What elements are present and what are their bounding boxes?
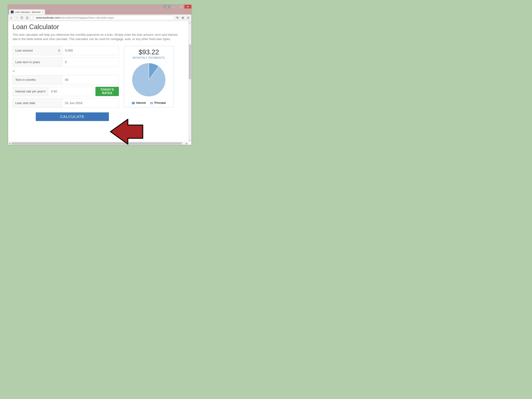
loan-start-date-input[interactable] xyxy=(62,98,119,108)
home-button[interactable] xyxy=(25,16,29,20)
reload-button[interactable] xyxy=(20,16,24,20)
user-account-button[interactable] xyxy=(163,5,171,8)
browser-toolbar: www.bankrate.com/calculators/mortgages/l… xyxy=(8,14,191,21)
loan-term-years-input[interactable] xyxy=(62,57,119,67)
term-months-label: Term in months xyxy=(13,75,62,84)
vertical-scrollbar[interactable]: ▲ ▼ xyxy=(188,21,191,142)
field-loan-start-date: Loan start date xyxy=(13,98,119,108)
loan-term-years-label: Loan term in years xyxy=(13,57,62,67)
browser-tab[interactable]: B Loan Calculator - Bankrate × xyxy=(9,9,45,14)
scroll-up-arrow-icon[interactable]: ▲ xyxy=(189,21,191,24)
legend-principal: Principal xyxy=(150,101,166,104)
address-bar[interactable]: www.bankrate.com/calculators/mortgages/l… xyxy=(31,15,174,20)
page-icon xyxy=(32,16,35,19)
menu-button[interactable] xyxy=(186,16,190,20)
field-loan-term-years: Loan term in years xyxy=(13,57,119,67)
field-interest-rate: Interest rate per year % TODAY'S RATES xyxy=(13,87,119,96)
monthly-payment-label: MONTHLY PAYMENTS xyxy=(126,56,172,59)
calculate-button[interactable]: CALCULATE xyxy=(36,112,109,121)
horizontal-scrollbar[interactable]: ◀ ▶ xyxy=(8,142,188,145)
page-title: Loan Calculator xyxy=(13,23,184,31)
tab-close-icon[interactable]: × xyxy=(42,11,43,13)
browser-window: — ☐ ✕ B Loan Calculator - Bankrate × www… xyxy=(8,5,191,145)
interest-color-swatch xyxy=(132,102,135,104)
result-panel: $93.22 MONTHLY PAYMENTS Interest Princip… xyxy=(124,46,174,107)
interest-rate-input[interactable] xyxy=(48,87,93,96)
window-titlebar: — ☐ ✕ xyxy=(8,5,191,8)
principal-color-swatch xyxy=(150,102,153,104)
scroll-down-arrow-icon[interactable]: ▼ xyxy=(189,139,191,142)
tab-strip: B Loan Calculator - Bankrate × xyxy=(8,8,191,14)
page-viewport: Loan Calculator This loan calculator wil… xyxy=(8,21,191,145)
or-separator: or xyxy=(13,69,119,73)
zoom-icon[interactable] xyxy=(176,16,179,20)
field-term-months: Term in months xyxy=(13,75,119,84)
url-path: /calculators/mortgages/loan-calculator.a… xyxy=(60,16,114,19)
todays-rates-button[interactable]: TODAY'S RATES xyxy=(95,87,119,96)
calculator-form: Loan amount $ Loan term in years or xyxy=(13,46,119,121)
legend-interest: Interest xyxy=(132,101,146,104)
new-tab-button[interactable] xyxy=(45,10,50,14)
page-content: Loan Calculator This loan calculator wil… xyxy=(8,21,188,142)
loan-amount-label: Loan amount $ xyxy=(13,46,62,55)
chart-legend: Interest Principal xyxy=(126,101,172,104)
back-button[interactable] xyxy=(9,16,13,20)
field-loan-amount: Loan amount $ xyxy=(13,46,119,55)
url-domain: www.bankrate.com xyxy=(36,16,60,19)
window-maximize-button[interactable]: ☐ xyxy=(177,5,184,8)
percent-unit: % xyxy=(43,90,46,93)
horizontal-scroll-thumb[interactable] xyxy=(12,142,182,145)
tab-title: Loan Calculator - Bankrate xyxy=(15,11,41,13)
currency-unit: $ xyxy=(58,49,60,52)
scroll-right-arrow-icon[interactable]: ▶ xyxy=(185,142,188,145)
interest-rate-label: Interest rate per year % xyxy=(13,87,48,96)
window-minimize-button[interactable]: — xyxy=(171,5,177,8)
bookmark-star-icon[interactable] xyxy=(181,16,185,20)
forward-button[interactable] xyxy=(15,16,19,20)
svg-point-0 xyxy=(167,6,167,7)
page-description: This loan calculator will help you deter… xyxy=(13,32,179,41)
term-months-input[interactable] xyxy=(62,75,119,84)
window-close-button[interactable]: ✕ xyxy=(184,5,191,8)
loan-amount-input[interactable] xyxy=(62,46,119,55)
favicon-icon: B xyxy=(11,11,13,13)
loan-start-date-label: Loan start date xyxy=(13,98,62,108)
vertical-scroll-thumb[interactable] xyxy=(189,44,191,79)
scroll-left-arrow-icon[interactable]: ◀ xyxy=(8,142,11,145)
payment-breakdown-pie-chart xyxy=(132,63,165,96)
monthly-payment-amount: $93.22 xyxy=(126,48,172,56)
